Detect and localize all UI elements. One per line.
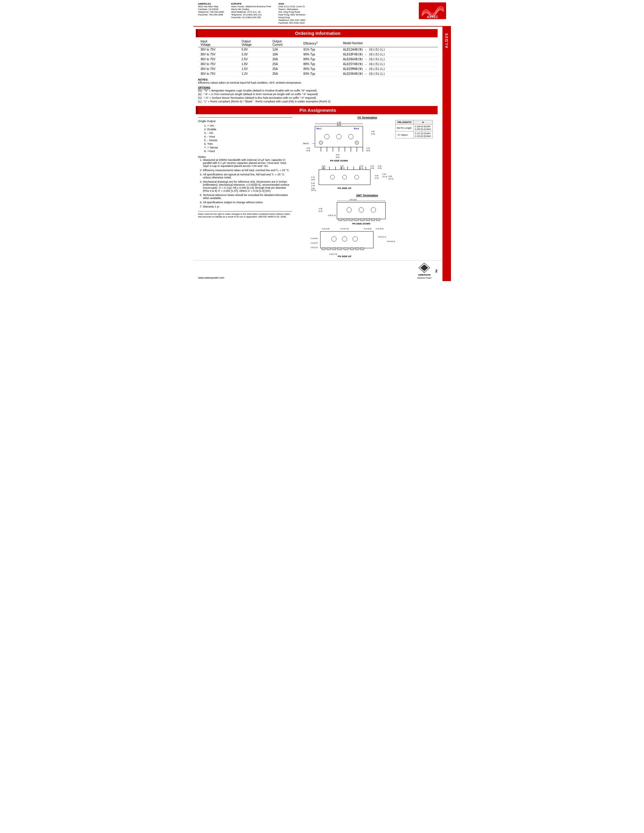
svg-point-101 xyxy=(332,236,336,241)
option-item: (N) : "N" = designates Negatve Logic Ena… xyxy=(198,89,438,92)
svg-text:1.10 [27.9]: 1.10 [27.9] xyxy=(340,228,349,230)
list-item: All specifications are typical at nomina… xyxy=(203,173,292,179)
th-pin-side-down: 1.30 [3.0] Pin 1 Pin 8 xyxy=(297,120,438,163)
table-cell: 18A xyxy=(270,52,301,57)
footer-note: Astec reserves the right to make changes… xyxy=(198,211,292,218)
asia-address: ASIA Units 2111-2116, Level 21 Tower1, M… xyxy=(278,2,306,24)
svg-text:0.15 [3.8]: 0.15 [3.8] xyxy=(311,238,317,239)
pin-length-table-area: PIN LENGTH A Std Pin Length: 0.189 [4.8]… xyxy=(395,120,438,163)
svg-point-102 xyxy=(342,236,347,241)
table-cell: ALD25M48(N) - (6)(S)(L) xyxy=(341,67,438,71)
svg-text:0.35: 0.35 xyxy=(306,147,310,149)
svg-point-80 xyxy=(347,207,351,212)
svg-text:PN SIDE UP: PN SIDE UP xyxy=(338,255,351,257)
svg-text:[2.2]: [2.2] xyxy=(319,210,322,212)
table-cell: 1.2V xyxy=(239,71,270,76)
right-column: TH Termination 1.30 [3.0] xyxy=(297,116,438,258)
svg-text:ASTEC: ASTEC xyxy=(427,15,438,19)
smt-pin-side-down-svg: 1.30 [3.0] 0.30 [2.2] xyxy=(297,198,438,225)
right-sidebar: ALD25 xyxy=(443,27,451,281)
page-wrapper: Ordering Information InputVoltage Output… xyxy=(193,27,451,281)
page-number: 2 xyxy=(435,269,437,273)
th-diagram-svg-area: 1.30 [3.0] Pin 1 Pin 8 xyxy=(297,120,393,163)
svg-point-59 xyxy=(354,175,359,179)
americas-line3: Telephone: 760-930-4600 xyxy=(198,11,224,13)
asia-line3: 223, Hing Fong Road xyxy=(278,11,306,13)
asia-line7: Facsimile: 852-2402-4426 xyxy=(278,21,306,24)
table-cell: 36V to 75V xyxy=(198,52,239,57)
svg-text:0.15: 0.15 xyxy=(370,165,374,167)
col-output-current: OutputCurrent xyxy=(270,39,301,47)
svg-rect-78 xyxy=(371,219,375,221)
table-row: 36V to 75V1.5V25A85% TypALD25M48(N) - (6… xyxy=(198,67,438,71)
svg-text:[15.2]: [15.2] xyxy=(388,178,393,180)
svg-rect-79 xyxy=(377,219,380,221)
th-termination-title: TH Termination xyxy=(297,116,438,119)
col-efficiency: Efficiency2 xyxy=(301,39,341,47)
table-cell: 89% Typ xyxy=(301,57,341,62)
svg-text:PN SIDE DOWN: PN SIDE DOWN xyxy=(352,222,370,225)
svg-text:0.15 [3.8]: 0.15 [3.8] xyxy=(364,228,371,230)
svg-rect-100 xyxy=(360,248,364,250)
svg-rect-99 xyxy=(355,248,359,250)
list-item: Warranty 1 yr. xyxy=(203,205,292,208)
product-id-sidebar: ALD25 xyxy=(444,27,449,51)
table-cell: 36V to 75V xyxy=(198,62,239,67)
pin-list: 1. + Vin2. Enable3. - Vin4. - Vout5. - S… xyxy=(204,124,292,153)
table-cell: 12A xyxy=(270,47,301,52)
list-item: 6. Trim xyxy=(204,142,292,145)
pin-assignments-section: Pin Assignments Single Output 1. + Vin2.… xyxy=(193,106,443,258)
table-cell: 1.8V xyxy=(239,62,270,67)
americas-line2: Carlsbad, CA 92008 xyxy=(198,8,224,11)
table-cell: 36V to 75V xyxy=(198,67,239,71)
option-item: (6) : "-6" = 3.7mm nominal pin length (d… xyxy=(198,93,438,96)
table-row: 36V to 75V1.8V25A88% TypALD25Y48(N) - (6… xyxy=(198,62,438,67)
table-row: 36V to 75V3.3V18A90% TypALD18F48(N) - (6… xyxy=(198,52,438,57)
list-item: Technical reference Notes should be cons… xyxy=(203,193,292,199)
svg-text:0.60 [15.2]: 0.60 [15.2] xyxy=(387,241,395,242)
europe-line3: West Midlands, DY5 1LX, UK xyxy=(231,11,271,13)
option-item: (S) : "-S" = Surface Mount Termination (… xyxy=(198,96,438,99)
svg-text:See A: See A xyxy=(303,142,309,145)
table-cell: ALD25K48(N) - (6)(S)(L) xyxy=(341,71,438,76)
svg-text:[7.6]: [7.6] xyxy=(375,177,378,179)
table-cell: 83% Typ xyxy=(301,71,341,76)
svg-text:0.19: 0.19 xyxy=(366,147,370,149)
svg-point-81 xyxy=(359,207,364,212)
main-content: Ordering Information InputVoltage Output… xyxy=(193,27,443,281)
svg-text:PN SIDE UP: PN SIDE UP xyxy=(338,187,351,190)
emerson-text: EMERSONNetwork Power xyxy=(417,273,431,279)
table-cell: 36V to 75V xyxy=(198,71,239,76)
svg-text:Pin 1: Pin 1 xyxy=(316,127,322,130)
pin-length-col2: A xyxy=(413,120,433,124)
option6-value: 0.137 [3.5] MIN0.152 [3.9] MAX xyxy=(413,132,433,138)
th-pin-side-up-svg: 0.10 [2.5] 1.10 [27.9] 0.10 [2.5] 0.15 [… xyxy=(297,164,438,191)
table-cell: ALD12A48(N) - (6)(S)(L) xyxy=(341,47,438,52)
pin-length-table: PIN LENGTH A Std Pin Length: 0.189 [4.8]… xyxy=(395,120,433,138)
footer-note-text: Astec reserves the right to make changes… xyxy=(198,213,290,218)
europe-line1: Astec House, Waterfront Business Park xyxy=(231,5,271,8)
table-cell: 36V to 75V xyxy=(198,57,239,62)
svg-point-57 xyxy=(330,175,335,179)
table-cell: 90% Typ xyxy=(301,52,341,57)
table-cell: 85% Typ xyxy=(301,67,341,71)
asia-line6: Telephone: 852-2437-9662 xyxy=(278,19,306,21)
svg-text:0.30: 0.30 xyxy=(375,175,378,177)
americas-address: AMERICAS 5810 Van Allen Way Carlsbad, CA… xyxy=(198,2,224,24)
svg-text:[27.9]: [27.9] xyxy=(340,167,345,169)
table-cell: ALD20G48(N) - (6)(S)(L) xyxy=(341,57,438,62)
ordering-notes: NOTES: Efficiency values taken at nomina… xyxy=(198,78,438,84)
notes-title: NOTES: xyxy=(198,78,438,81)
svg-text:0.90: 0.90 xyxy=(371,130,375,132)
svg-rect-72 xyxy=(338,219,342,221)
svg-text:0.15: 0.15 xyxy=(311,176,315,178)
svg-text:Pin 8: Pin 8 xyxy=(354,127,359,130)
footer-website: www.astecpower.com xyxy=(198,276,225,279)
pin-assignments-title: Pin Assignments xyxy=(299,108,336,113)
svg-text:1.30: 1.30 xyxy=(337,121,341,124)
list-item: Mechanical drawings are for reference on… xyxy=(203,180,292,192)
table-row: 36V to 75V1.2V25A83% TypALD25K48(N) - (6… xyxy=(198,71,438,76)
americas-label: AMERICAS xyxy=(198,2,224,5)
asia-line4: Kwai Fong, New Territories xyxy=(278,13,306,16)
col-output-voltage: OutputVoltage xyxy=(239,39,270,47)
